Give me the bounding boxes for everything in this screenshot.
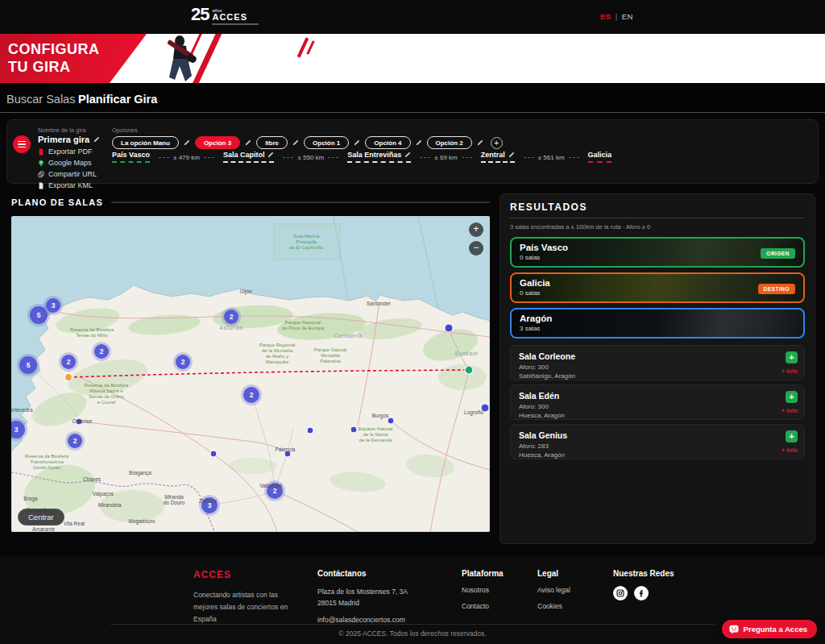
venue-card-sala-genius[interactable]: Sala Genius Aforo: 283 Huesca, Aragón + … bbox=[510, 424, 805, 459]
facebook-icon[interactable] bbox=[634, 586, 649, 600]
destination-badge: DESTINO bbox=[758, 284, 795, 294]
region-card-pais-vasco[interactable]: País Vasco 0 salas ORIGEN bbox=[510, 237, 805, 268]
tab-buscar-salas[interactable]: Buscar Salas bbox=[6, 93, 75, 106]
option-pill[interactable]: Opción 3 bbox=[195, 136, 240, 149]
option-pill[interactable]: Opción 4 bbox=[365, 136, 410, 149]
map-cluster-marker[interactable]: 3 bbox=[44, 296, 63, 315]
map-cluster-marker[interactable]: 2 bbox=[92, 342, 111, 361]
edit-stop-icon[interactable] bbox=[267, 152, 274, 158]
map-label: Parque Nacionalde Picos de Europa bbox=[282, 320, 325, 330]
venue-info-link[interactable]: + info bbox=[781, 407, 798, 414]
region-card-aragon[interactable]: Aragón 3 salas bbox=[510, 308, 805, 339]
map-cluster-marker[interactable]: 2 bbox=[173, 352, 193, 372]
edit-option-icon[interactable] bbox=[245, 139, 251, 146]
footer-divider bbox=[110, 624, 715, 625]
lang-divider: | bbox=[616, 12, 618, 21]
route-stop-venue[interactable]: Sala Entreviñas bbox=[347, 151, 411, 163]
zoom-out-button[interactable]: − bbox=[469, 241, 483, 256]
map-label: Chaves bbox=[83, 476, 102, 482]
footer-link-nosotros[interactable]: Nosotros bbox=[462, 586, 518, 594]
map-label: Gijón bbox=[239, 289, 252, 295]
venue-card-sala-corleone[interactable]: Sala Corleone Aforo: 300 Sabiñánigo, Ara… bbox=[510, 345, 805, 380]
add-venue-button[interactable]: + bbox=[786, 391, 798, 403]
google-maps-button[interactable]: Google Maps bbox=[38, 159, 112, 167]
venue-card-sala-eden[interactable]: Sala Edén Aforo: 300 Huesca, Aragón + + … bbox=[510, 384, 805, 420]
venue-info-link[interactable]: + info bbox=[781, 447, 798, 454]
region-count: 0 salas bbox=[520, 254, 795, 261]
footer-social-title: Nuestras Redes bbox=[613, 569, 702, 578]
tour-menu-button[interactable] bbox=[13, 135, 31, 153]
option-pill[interactable]: Opción 2 bbox=[427, 136, 472, 149]
edit-option-icon[interactable] bbox=[416, 139, 422, 146]
lang-es[interactable]: ES bbox=[600, 12, 611, 21]
route-stop-venue[interactable]: Sala Capitol bbox=[223, 151, 275, 163]
edit-option-icon[interactable] bbox=[184, 139, 190, 146]
map-cluster-marker[interactable] bbox=[388, 418, 394, 424]
option-pill[interactable]: libre bbox=[256, 136, 288, 149]
option-pill[interactable]: La opción Manu bbox=[112, 136, 179, 149]
add-venue-button[interactable]: + bbox=[786, 351, 798, 364]
map-cluster-marker[interactable]: 2 bbox=[65, 431, 85, 451]
map-cluster-marker[interactable]: 2 bbox=[241, 384, 262, 405]
map-label: Santander bbox=[367, 301, 392, 306]
add-option-button[interactable]: + bbox=[491, 137, 503, 149]
map-cluster-marker[interactable]: 5 bbox=[17, 354, 39, 376]
edit-option-icon[interactable] bbox=[477, 139, 483, 146]
map-label: Pontevedra bbox=[11, 407, 33, 413]
add-venue-button[interactable]: + bbox=[786, 430, 798, 442]
footer-email-link[interactable]: info@salasdeconciertos.com bbox=[317, 616, 442, 624]
map-cluster-marker[interactable]: 2 bbox=[59, 352, 78, 372]
map-label: Cantabria bbox=[334, 333, 363, 339]
share-url-button[interactable]: Compartir URL bbox=[38, 170, 112, 178]
results-title: RESULTADOS bbox=[510, 202, 805, 213]
hero-stripe bbox=[297, 37, 309, 57]
route-distance: ± 550 km bbox=[279, 154, 342, 161]
export-pdf-button[interactable]: Exportar PDF bbox=[38, 147, 112, 156]
venues-map[interactable]: 532252223223Área MarinaProtegidade El Ca… bbox=[11, 216, 490, 532]
region-name: Galicia bbox=[520, 278, 795, 288]
route-stop-destination[interactable]: Galicia bbox=[588, 151, 612, 163]
edit-stop-icon[interactable] bbox=[404, 152, 411, 158]
route-stop-venue[interactable]: Zentral bbox=[481, 151, 515, 163]
zoom-in-button[interactable]: + bbox=[469, 222, 483, 237]
map-label: Mogadouro bbox=[129, 518, 155, 525]
tab-planificar-gira[interactable]: Planificar Gira bbox=[78, 93, 157, 106]
edit-option-icon[interactable] bbox=[292, 139, 299, 146]
region-card-galicia[interactable]: Galicia 0 salas DESTINO bbox=[510, 272, 805, 303]
hero-title: CONFIGURA TU GIRA bbox=[8, 40, 100, 76]
map-canvas[interactable]: 532252223223Área MarinaProtegidade El Ca… bbox=[11, 216, 490, 532]
map-origin-dot[interactable] bbox=[465, 366, 473, 374]
copyright: © 2025 ACCES. Todos los derechos reserva… bbox=[0, 629, 825, 638]
venue-info-link[interactable]: + info bbox=[781, 368, 798, 375]
map-cluster-marker[interactable] bbox=[350, 426, 357, 433]
instagram-icon[interactable] bbox=[613, 586, 628, 600]
edit-option-icon[interactable] bbox=[354, 139, 360, 146]
edit-stop-icon[interactable] bbox=[508, 152, 515, 158]
route-stop-origin[interactable]: País Vasco bbox=[112, 151, 150, 163]
map-title: PLANO DE SALAS bbox=[11, 197, 103, 207]
copy-icon bbox=[38, 171, 44, 178]
map-label: Amarante bbox=[32, 526, 56, 532]
acces-logo[interactable]: 25 años ACCES bbox=[191, 6, 259, 25]
footer-link-cookies[interactable]: Cookies bbox=[537, 602, 594, 610]
footer-link-aviso-legal[interactable]: Aviso legal bbox=[537, 586, 594, 594]
center-map-button[interactable]: Centrar bbox=[18, 509, 64, 526]
map-cluster-marker[interactable] bbox=[445, 324, 453, 332]
top-bar: 25 años ACCES ES|EN bbox=[0, 0, 825, 34]
lang-en[interactable]: EN bbox=[622, 12, 633, 21]
venue-name: Sala Genius bbox=[519, 430, 796, 440]
option-pill[interactable]: Opción 1 bbox=[304, 136, 349, 149]
footer-link-contacto[interactable]: Contacto bbox=[462, 602, 518, 610]
map-cluster-marker[interactable] bbox=[307, 427, 313, 434]
edit-name-icon[interactable] bbox=[93, 136, 100, 143]
map-destination-dot[interactable] bbox=[65, 374, 73, 381]
venue-name: Sala Edén bbox=[519, 391, 796, 401]
export-kml-button[interactable]: Exportar KML bbox=[38, 181, 112, 189]
region-name: Aragón bbox=[520, 314, 795, 323]
svg-text:2: 2 bbox=[230, 313, 234, 321]
map-cluster-marker[interactable]: 2 bbox=[222, 307, 241, 326]
chat-button[interactable]: Pregunta a Acces bbox=[722, 620, 817, 638]
map-label: Asturias bbox=[219, 325, 243, 330]
map-cluster-marker[interactable] bbox=[210, 451, 217, 457]
svg-text:2: 2 bbox=[181, 358, 185, 366]
